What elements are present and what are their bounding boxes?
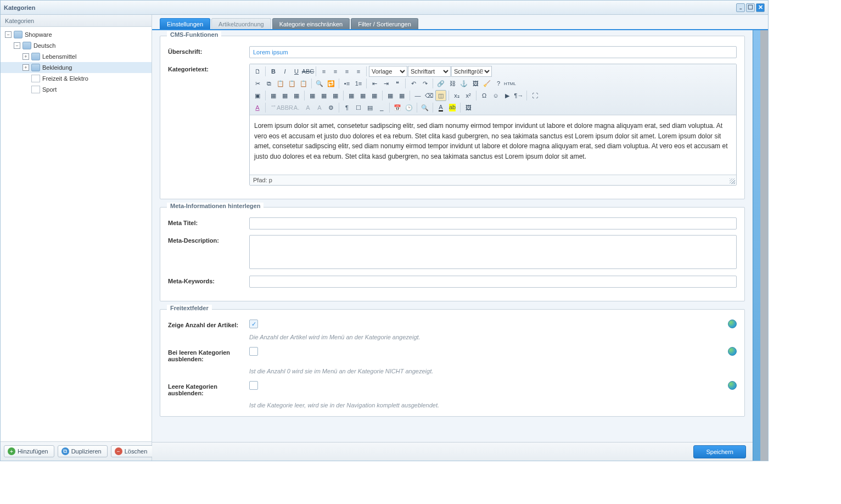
editor-content[interactable]: Lorem ipsum dolor sit amet, consetetur s…: [250, 115, 736, 175]
meta-title-input[interactable]: [249, 217, 737, 229]
remove-format-icon[interactable]: ⌫: [424, 90, 435, 101]
cut-icon[interactable]: ✂: [252, 78, 263, 89]
subscript-icon[interactable]: x₂: [451, 90, 462, 101]
nbsp-icon[interactable]: ☐: [353, 102, 364, 113]
tree-node[interactable]: Sport: [1, 84, 152, 95]
template-select[interactable]: Vorlage: [369, 66, 407, 77]
duplicate-button[interactable]: ⧉ Duplizieren: [58, 445, 108, 457]
row-after-icon[interactable]: ▦: [318, 90, 329, 101]
tree-node-level1[interactable]: − Deutsch: [1, 40, 152, 51]
html-icon[interactable]: HTML: [504, 78, 515, 89]
align-left-icon[interactable]: ≡: [318, 66, 329, 77]
tree-node[interactable]: Freizeit & Elektro: [1, 73, 152, 84]
col-before-icon[interactable]: ▦: [346, 90, 357, 101]
image-icon[interactable]: 🖼: [470, 78, 481, 89]
paste-icon[interactable]: 📋: [275, 78, 286, 89]
hr-icon[interactable]: —: [412, 90, 423, 101]
indent-icon[interactable]: ⇥: [380, 78, 391, 89]
unlink-icon[interactable]: ⛓: [447, 78, 458, 89]
window-close-button[interactable]: ✕: [756, 3, 765, 12]
expand-toggle-icon[interactable]: +: [23, 53, 29, 60]
tree-node[interactable]: +Bekleidung: [1, 62, 152, 73]
template-icon[interactable]: ▤: [365, 102, 375, 113]
backcolor-icon[interactable]: ab: [447, 102, 458, 113]
delete-button[interactable]: − Löschen: [111, 445, 154, 457]
bold-icon[interactable]: B: [268, 66, 279, 77]
expand-toggle-icon[interactable]: −: [14, 42, 20, 49]
save-button[interactable]: Speichern: [693, 445, 746, 458]
scrollbar[interactable]: [753, 30, 760, 461]
fontsize-select[interactable]: Schriftgröße: [451, 66, 492, 77]
inserttime-icon[interactable]: 🕒: [403, 102, 414, 113]
delete-row-icon[interactable]: ▦: [330, 90, 341, 101]
ins-icon[interactable]: A: [314, 102, 325, 113]
paste-text-icon[interactable]: 📋: [287, 78, 298, 89]
cleanup-icon[interactable]: 🧹: [481, 78, 492, 89]
anchor-icon[interactable]: ⚓: [458, 78, 469, 89]
underline-icon[interactable]: U: [291, 66, 302, 77]
window-maximize-button[interactable]: ☐: [746, 3, 755, 12]
abbr-icon[interactable]: ABBR: [279, 102, 290, 113]
blockquote-icon[interactable]: ❝: [392, 78, 403, 89]
row-before-icon[interactable]: ▦: [307, 90, 318, 101]
align-center-icon[interactable]: ≡: [330, 66, 341, 77]
resize-handle-icon[interactable]: [730, 178, 735, 184]
strikethrough-icon[interactable]: ABC: [302, 66, 313, 77]
bullet-list-icon[interactable]: •≡: [341, 78, 352, 89]
outdent-icon[interactable]: ⇤: [369, 78, 380, 89]
expand-toggle-icon[interactable]: −: [5, 31, 12, 38]
acronym-icon[interactable]: A.: [291, 102, 302, 113]
emoticon-icon[interactable]: ☺: [490, 90, 501, 101]
number-list-icon[interactable]: 1≡: [353, 78, 364, 89]
window-minimize-button[interactable]: ﹘: [736, 3, 745, 12]
hide-empty-checkbox[interactable]: [249, 347, 258, 356]
preview-icon[interactable]: 🔍: [419, 102, 430, 113]
merge-cells-icon[interactable]: ▦: [396, 90, 407, 101]
styleprops-icon[interactable]: A: [252, 102, 263, 113]
hide-empty-cat-checkbox[interactable]: [249, 381, 258, 390]
redo-icon[interactable]: ↷: [419, 78, 430, 89]
cell-props-icon[interactable]: ▦: [291, 90, 302, 101]
find-icon[interactable]: 🔍: [314, 78, 325, 89]
expand-toggle-icon[interactable]: +: [23, 64, 29, 71]
table-icon[interactable]: ▦: [268, 90, 279, 101]
fontfamily-select[interactable]: Schriftart: [408, 66, 451, 77]
media-icon[interactable]: ▶: [502, 90, 513, 101]
align-right-icon[interactable]: ≡: [341, 66, 352, 77]
add-button[interactable]: + Hinzufügen: [4, 445, 54, 457]
paste-word-icon[interactable]: 📋: [298, 78, 309, 89]
italic-icon[interactable]: I: [279, 66, 290, 77]
fullscreen-icon[interactable]: ⛶: [529, 90, 540, 101]
tree-node[interactable]: +Lebensmittel: [1, 51, 152, 62]
meta-keywords-input[interactable]: [249, 276, 737, 288]
split-cells-icon[interactable]: ▦: [385, 90, 396, 101]
meta-description-input[interactable]: [249, 235, 737, 269]
pagebreak-icon[interactable]: ⎯: [376, 102, 387, 113]
visualchars-icon[interactable]: ¶: [341, 102, 352, 113]
globe-icon[interactable]: [728, 320, 737, 328]
media-manager-icon[interactable]: 🖼: [463, 102, 474, 113]
show-count-checkbox[interactable]: ✓: [249, 320, 258, 328]
del-icon[interactable]: A: [302, 102, 313, 113]
col-after-icon[interactable]: ▦: [357, 90, 368, 101]
tab[interactable]: Einstellungen: [160, 18, 210, 29]
tab[interactable]: Filter / Sortierungen: [351, 18, 418, 29]
link-icon[interactable]: 🔗: [435, 78, 446, 89]
undo-icon[interactable]: ↶: [408, 78, 419, 89]
help-icon[interactable]: ?: [493, 78, 504, 89]
copy-icon[interactable]: ⧉: [263, 78, 274, 89]
replace-icon[interactable]: 🔁: [326, 78, 337, 89]
globe-icon[interactable]: [728, 347, 737, 356]
charmap-icon[interactable]: Ω: [479, 90, 490, 101]
heading-input[interactable]: [249, 46, 737, 58]
delete-col-icon[interactable]: ▦: [369, 90, 380, 101]
visual-aid-icon[interactable]: ◫: [435, 90, 446, 101]
attribs-icon[interactable]: ⚙: [326, 102, 337, 113]
layer-icon[interactable]: ▣: [252, 90, 263, 101]
forecolor-icon[interactable]: A: [435, 102, 446, 113]
row-props-icon[interactable]: ▦: [279, 90, 290, 101]
new-document-icon[interactable]: 🗋: [252, 66, 263, 77]
tab[interactable]: Artikelzuordnung: [211, 18, 271, 29]
superscript-icon[interactable]: x²: [463, 90, 474, 101]
align-justify-icon[interactable]: ≡: [353, 66, 364, 77]
